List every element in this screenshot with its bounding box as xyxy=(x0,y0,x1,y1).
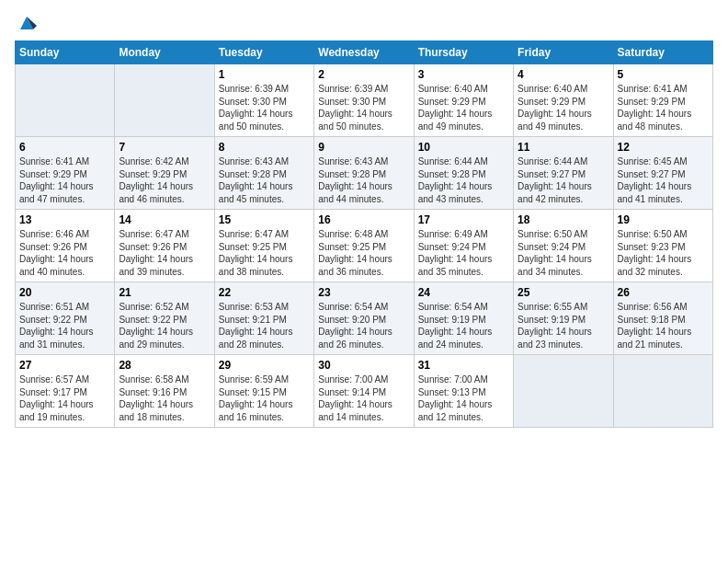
day-number: 5 xyxy=(618,68,709,81)
day-info: Sunrise: 6:47 AM Sunset: 9:25 PM Dayligh… xyxy=(219,228,310,278)
calendar-cell xyxy=(115,64,214,137)
calendar-cell: 18 Sunrise: 6:50 AM Sunset: 9:24 PM Dayl… xyxy=(514,210,613,282)
calendar-cell: 30 Sunrise: 7:00 AM Sunset: 9:14 PM Dayl… xyxy=(314,355,414,428)
day-info: Sunrise: 6:54 AM Sunset: 9:20 PM Dayligh… xyxy=(318,301,409,350)
day-info: Sunrise: 6:48 AM Sunset: 9:25 PM Dayligh… xyxy=(318,228,409,278)
day-number: 14 xyxy=(119,213,210,226)
day-info: Sunrise: 6:56 AM Sunset: 9:18 PM Dayligh… xyxy=(618,301,709,350)
calendar-cell: 3 Sunrise: 6:40 AM Sunset: 9:29 PM Dayli… xyxy=(414,64,513,137)
day-info: Sunrise: 6:55 AM Sunset: 9:19 PM Dayligh… xyxy=(518,301,609,350)
day-number: 31 xyxy=(418,359,509,372)
calendar-cell: 10 Sunrise: 6:44 AM Sunset: 9:28 PM Dayl… xyxy=(414,137,513,210)
day-number: 21 xyxy=(119,286,210,299)
day-number: 7 xyxy=(119,141,210,154)
calendar-cell: 7 Sunrise: 6:42 AM Sunset: 9:29 PM Dayli… xyxy=(115,137,214,210)
calendar-cell: 24 Sunrise: 6:54 AM Sunset: 9:19 PM Dayl… xyxy=(414,282,513,355)
day-info: Sunrise: 6:51 AM Sunset: 9:22 PM Dayligh… xyxy=(19,301,110,350)
calendar-cell: 26 Sunrise: 6:56 AM Sunset: 9:18 PM Dayl… xyxy=(613,282,712,355)
weekday-header: Wednesday xyxy=(314,41,414,64)
day-number: 13 xyxy=(19,213,110,226)
calendar-cell: 5 Sunrise: 6:41 AM Sunset: 9:29 PM Dayli… xyxy=(613,64,712,137)
day-info: Sunrise: 6:47 AM Sunset: 9:26 PM Dayligh… xyxy=(119,228,210,278)
day-number: 2 xyxy=(318,68,409,81)
calendar-cell: 13 Sunrise: 6:46 AM Sunset: 9:26 PM Dayl… xyxy=(16,210,115,282)
day-info: Sunrise: 6:46 AM Sunset: 9:26 PM Dayligh… xyxy=(19,228,110,278)
weekday-header: Sunday xyxy=(16,41,115,64)
day-number: 10 xyxy=(418,141,509,154)
day-number: 30 xyxy=(318,359,409,372)
day-number: 22 xyxy=(219,286,310,299)
day-number: 19 xyxy=(618,213,709,226)
day-number: 20 xyxy=(19,286,110,299)
day-info: Sunrise: 6:52 AM Sunset: 9:22 PM Dayligh… xyxy=(119,301,210,350)
day-info: Sunrise: 6:42 AM Sunset: 9:29 PM Dayligh… xyxy=(119,155,210,205)
day-info: Sunrise: 6:58 AM Sunset: 9:16 PM Dayligh… xyxy=(119,373,210,423)
day-number: 23 xyxy=(318,286,409,299)
day-info: Sunrise: 6:40 AM Sunset: 9:29 PM Dayligh… xyxy=(418,83,509,132)
day-info: Sunrise: 6:57 AM Sunset: 9:17 PM Dayligh… xyxy=(19,373,110,423)
day-number: 18 xyxy=(518,213,609,226)
page-header xyxy=(15,15,713,29)
calendar-cell: 28 Sunrise: 6:58 AM Sunset: 9:16 PM Dayl… xyxy=(115,355,214,428)
calendar-cell: 9 Sunrise: 6:43 AM Sunset: 9:28 PM Dayli… xyxy=(314,137,414,210)
calendar-cell: 4 Sunrise: 6:40 AM Sunset: 9:29 PM Dayli… xyxy=(514,64,613,137)
day-info: Sunrise: 6:50 AM Sunset: 9:23 PM Dayligh… xyxy=(618,228,709,278)
day-number: 17 xyxy=(418,213,509,226)
calendar-cell xyxy=(16,64,115,137)
day-info: Sunrise: 6:39 AM Sunset: 9:30 PM Dayligh… xyxy=(219,83,310,132)
day-number: 9 xyxy=(318,141,409,154)
day-info: Sunrise: 6:59 AM Sunset: 9:15 PM Dayligh… xyxy=(219,373,310,423)
calendar-cell: 27 Sunrise: 6:57 AM Sunset: 9:17 PM Dayl… xyxy=(16,355,115,428)
calendar-cell: 6 Sunrise: 6:41 AM Sunset: 9:29 PM Dayli… xyxy=(16,137,115,210)
day-number: 26 xyxy=(618,286,709,299)
calendar-cell: 20 Sunrise: 6:51 AM Sunset: 9:22 PM Dayl… xyxy=(16,282,115,355)
calendar-week-row: 13 Sunrise: 6:46 AM Sunset: 9:26 PM Dayl… xyxy=(16,210,713,282)
weekday-header: Saturday xyxy=(613,41,712,64)
day-info: Sunrise: 6:40 AM Sunset: 9:29 PM Dayligh… xyxy=(518,83,609,132)
day-info: Sunrise: 6:41 AM Sunset: 9:29 PM Dayligh… xyxy=(19,155,110,205)
day-number: 11 xyxy=(518,141,609,154)
day-number: 3 xyxy=(418,68,509,81)
calendar-cell: 31 Sunrise: 7:00 AM Sunset: 9:13 PM Dayl… xyxy=(414,355,513,428)
day-number: 1 xyxy=(219,68,310,81)
calendar-week-row: 6 Sunrise: 6:41 AM Sunset: 9:29 PM Dayli… xyxy=(16,137,713,210)
calendar-week-row: 20 Sunrise: 6:51 AM Sunset: 9:22 PM Dayl… xyxy=(16,282,713,355)
logo-icon xyxy=(17,13,37,33)
day-info: Sunrise: 6:41 AM Sunset: 9:29 PM Dayligh… xyxy=(618,83,709,132)
day-info: Sunrise: 7:00 AM Sunset: 9:14 PM Dayligh… xyxy=(318,373,409,423)
calendar-cell: 22 Sunrise: 6:53 AM Sunset: 9:21 PM Dayl… xyxy=(214,282,313,355)
calendar-cell: 17 Sunrise: 6:49 AM Sunset: 9:24 PM Dayl… xyxy=(414,210,513,282)
calendar-cell: 2 Sunrise: 6:39 AM Sunset: 9:30 PM Dayli… xyxy=(314,64,414,137)
calendar-cell: 19 Sunrise: 6:50 AM Sunset: 9:23 PM Dayl… xyxy=(613,210,712,282)
weekday-header: Tuesday xyxy=(214,41,313,64)
calendar-cell: 11 Sunrise: 6:44 AM Sunset: 9:27 PM Dayl… xyxy=(514,137,613,210)
day-number: 4 xyxy=(518,68,609,81)
calendar-cell: 23 Sunrise: 6:54 AM Sunset: 9:20 PM Dayl… xyxy=(314,282,414,355)
day-number: 24 xyxy=(418,286,509,299)
calendar-cell: 29 Sunrise: 6:59 AM Sunset: 9:15 PM Dayl… xyxy=(214,355,313,428)
day-number: 29 xyxy=(219,359,310,372)
weekday-header: Thursday xyxy=(414,41,513,64)
day-info: Sunrise: 6:44 AM Sunset: 9:27 PM Dayligh… xyxy=(518,155,609,205)
weekday-header-row: SundayMondayTuesdayWednesdayThursdayFrid… xyxy=(16,41,713,64)
day-info: Sunrise: 6:53 AM Sunset: 9:21 PM Dayligh… xyxy=(219,301,310,350)
day-number: 8 xyxy=(219,141,310,154)
calendar-cell xyxy=(514,355,613,428)
day-info: Sunrise: 7:00 AM Sunset: 9:13 PM Dayligh… xyxy=(418,373,509,423)
day-number: 6 xyxy=(19,141,110,154)
day-info: Sunrise: 6:43 AM Sunset: 9:28 PM Dayligh… xyxy=(219,155,310,205)
day-info: Sunrise: 6:50 AM Sunset: 9:24 PM Dayligh… xyxy=(518,228,609,278)
day-number: 28 xyxy=(119,359,210,372)
calendar-cell: 1 Sunrise: 6:39 AM Sunset: 9:30 PM Dayli… xyxy=(214,64,313,137)
weekday-header: Friday xyxy=(514,41,613,64)
day-info: Sunrise: 6:54 AM Sunset: 9:19 PM Dayligh… xyxy=(418,301,509,350)
day-info: Sunrise: 6:45 AM Sunset: 9:27 PM Dayligh… xyxy=(618,155,709,205)
day-number: 27 xyxy=(19,359,110,372)
calendar-cell xyxy=(613,355,712,428)
day-number: 12 xyxy=(618,141,709,154)
calendar-table: SundayMondayTuesdayWednesdayThursdayFrid… xyxy=(15,40,713,428)
day-number: 15 xyxy=(219,213,310,226)
calendar-week-row: 1 Sunrise: 6:39 AM Sunset: 9:30 PM Dayli… xyxy=(16,64,713,137)
calendar-cell: 12 Sunrise: 6:45 AM Sunset: 9:27 PM Dayl… xyxy=(613,137,712,210)
day-info: Sunrise: 6:39 AM Sunset: 9:30 PM Dayligh… xyxy=(318,83,409,132)
